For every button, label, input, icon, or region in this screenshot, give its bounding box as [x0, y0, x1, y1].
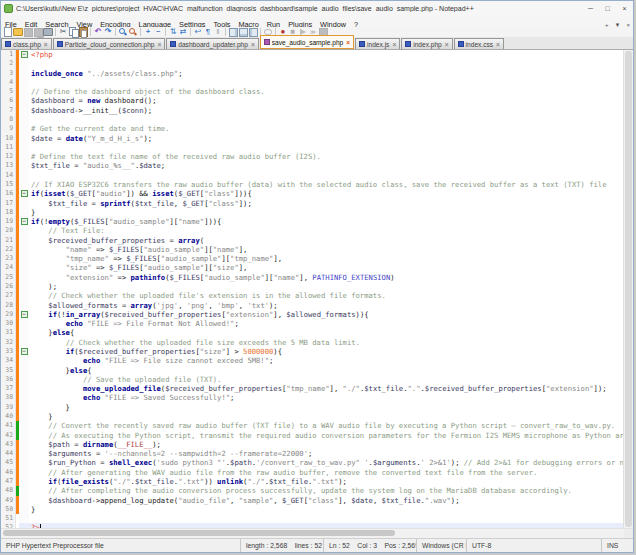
sync-horizontal-icon[interactable]: ⇄: [178, 27, 188, 37]
code-text[interactable]: [29, 78, 623, 87]
code-text[interactable]: // As executing the Python script, trans…: [29, 431, 623, 440]
new-file-icon[interactable]: [3, 27, 13, 37]
code-text[interactable]: [29, 143, 623, 152]
indent-guide-icon[interactable]: ‖: [213, 27, 223, 37]
undo-icon[interactable]: ↶: [93, 27, 103, 37]
document-map-icon[interactable]: [228, 27, 238, 37]
code-text[interactable]: }: [29, 505, 623, 514]
tab-close-icon[interactable]: ×: [445, 41, 449, 48]
fold-collapse-icon[interactable]: −: [21, 218, 28, 225]
tab-close-icon[interactable]: ×: [44, 41, 48, 48]
code-text[interactable]: // After generating the WAV audio file f…: [29, 468, 623, 477]
code-text[interactable]: $txt_file = "audio_%s__".$date;: [29, 161, 623, 170]
code-text[interactable]: }: [29, 208, 623, 217]
code-text[interactable]: $path = dirname(__FILE__);: [29, 440, 623, 449]
code-text[interactable]: echo "FILE => File Format Not Allowed!";: [29, 319, 623, 328]
code-token: [31, 458, 48, 467]
code-editor[interactable]: 1−<?php23include_once "../assets/class.p…: [1, 50, 633, 528]
code-text[interactable]: if(isset($_GET["audio"]) && isset($_GET[…: [29, 189, 623, 198]
sync-vertical-icon[interactable]: ⇅: [168, 27, 178, 37]
word-wrap-icon[interactable]: ↩: [193, 27, 203, 37]
code-text[interactable]: $dashboard = new dashboard();: [29, 96, 623, 105]
tab-save-audio-sample-php[interactable]: save_audio_sample.php×: [260, 35, 354, 49]
code-text[interactable]: $received_buffer_properties = array(: [29, 236, 623, 245]
code-text[interactable]: if($received_buffer_properties["size"] >…: [29, 347, 623, 356]
code-text[interactable]: // If XIAO ESP32C6 transfers the raw aud…: [29, 180, 623, 189]
code-text[interactable]: $date = date("Y_m_d_H_i_s");: [29, 134, 623, 143]
code-text[interactable]: [29, 514, 623, 523]
fold-collapse-icon[interactable]: −: [21, 51, 28, 58]
code-text[interactable]: [29, 59, 623, 68]
code-text[interactable]: "extension" => pathinfo($_FILES["audio_s…: [29, 273, 623, 282]
code-text[interactable]: $allowed_formats = array('jpg', 'png', '…: [29, 301, 623, 310]
fold-collapse-icon[interactable]: −: [21, 311, 28, 318]
code-text[interactable]: # Get the current date and time.: [29, 124, 623, 133]
find-icon[interactable]: [118, 27, 128, 37]
code-text[interactable]: // Save the uploaded file (TXT).: [29, 375, 623, 384]
horizontal-scrollbar-thumb[interactable]: [3, 530, 395, 536]
code-text[interactable]: // Text File:: [29, 226, 623, 235]
code-text[interactable]: // Define the dashboard object of the da…: [29, 87, 623, 96]
code-text[interactable]: }else{: [29, 366, 623, 375]
tab-close-icon[interactable]: ×: [346, 39, 350, 46]
code-line: 17 $txt_file = sprintf($txt_file, $_GET[…: [1, 199, 623, 208]
code-text[interactable]: }: [29, 412, 623, 421]
vertical-scrollbar[interactable]: [623, 50, 633, 528]
code-text[interactable]: include_once "../assets/class.php";: [29, 69, 623, 78]
tab-close-icon[interactable]: ×: [496, 41, 500, 48]
tab-class-php[interactable]: class.php×: [1, 38, 52, 49]
code-text[interactable]: // After completing the audio conversion…: [29, 486, 623, 495]
code-text[interactable]: }else{: [29, 328, 623, 337]
code-text[interactable]: }: [29, 403, 623, 412]
line-number: 33: [1, 347, 16, 356]
code-text[interactable]: [29, 115, 623, 124]
code-text[interactable]: # Define the text file name of the recei…: [29, 152, 623, 161]
code-text[interactable]: // Check whether the uploaded file's ext…: [29, 291, 623, 300]
paste-icon[interactable]: [78, 27, 88, 37]
function-list-icon[interactable]: [248, 27, 258, 37]
print-icon[interactable]: [43, 27, 53, 37]
code-text[interactable]: move_uploaded_file($received_buffer_prop…: [29, 384, 623, 393]
code-text[interactable]: "tmp_name" => $_FILES["audio_sample"]["t…: [29, 254, 623, 263]
code-text[interactable]: // Convert the recently saved raw audio …: [29, 421, 623, 430]
code-text[interactable]: [29, 171, 623, 180]
document-list-icon[interactable]: [238, 27, 248, 37]
minimize-button-icon[interactable]: ─: [582, 1, 599, 16]
code-text[interactable]: $dashboard->append_log_update("audio_fil…: [29, 496, 623, 505]
tab-index-js[interactable]: index.js×: [355, 38, 400, 49]
redo-icon[interactable]: ↷: [103, 27, 113, 37]
code-text[interactable]: "size" => $_FILES["audio_sample"]["size"…: [29, 263, 623, 272]
code-text[interactable]: $txt_file = sprintf($txt_file, $_GET["cl…: [29, 199, 623, 208]
line-number: 41: [1, 421, 16, 430]
code-text[interactable]: );: [29, 282, 623, 291]
code-text[interactable]: $run_Python = shell_exec('sudo python3 "…: [29, 458, 623, 467]
horizontal-scrollbar[interactable]: [1, 528, 633, 538]
copy-icon[interactable]: [68, 27, 78, 37]
vertical-scrollbar-thumb[interactable]: [625, 51, 632, 527]
show-all-chars-icon[interactable]: ¶: [203, 27, 213, 37]
tab-index-php[interactable]: index.php×: [401, 38, 452, 49]
fold-collapse-icon[interactable]: −: [21, 348, 28, 355]
code-text[interactable]: <?php: [29, 50, 623, 59]
code-text[interactable]: if(!empty($_FILES["audio_sample"]["name"…: [29, 217, 623, 226]
tab-close-icon[interactable]: ×: [157, 41, 161, 48]
tab-dashboard-updater-php[interactable]: dashboard_updater.php×: [166, 38, 258, 49]
zoom-out-icon[interactable]: −: [153, 27, 163, 37]
code-text[interactable]: if(!in_array($received_buffer_properties…: [29, 310, 623, 319]
fold-collapse-icon[interactable]: −: [21, 190, 28, 197]
open-file-icon[interactable]: [13, 27, 23, 37]
tab-close-icon[interactable]: ×: [392, 41, 396, 48]
cut-icon[interactable]: ✂: [58, 27, 68, 37]
tab-close-icon[interactable]: ×: [251, 41, 255, 48]
code-text[interactable]: echo "FILE => File size cannot exceed 5M…: [29, 356, 623, 365]
code-text[interactable]: "name" => $_FILES["audio_sample"]["name"…: [29, 245, 623, 254]
zoom-in-icon[interactable]: +: [143, 27, 153, 37]
code-text[interactable]: if(file_exists("./".$txt_file.".txt")) u…: [29, 477, 623, 486]
code-text[interactable]: // Check whether the uploaded file size …: [29, 338, 623, 347]
tab-particle-cloud-connection-php[interactable]: Particle_cloud_connection.php×: [53, 38, 166, 49]
tab-index-css[interactable]: index.css×: [454, 38, 504, 49]
code-text[interactable]: $arguments = '--nchannels=2 --sampwidth=…: [29, 449, 623, 458]
code-text[interactable]: $dashboard->__init__($conn);: [29, 106, 623, 115]
replace-icon[interactable]: [128, 27, 138, 37]
code-text[interactable]: echo "FILE => Saved Successfully!";: [29, 393, 623, 402]
